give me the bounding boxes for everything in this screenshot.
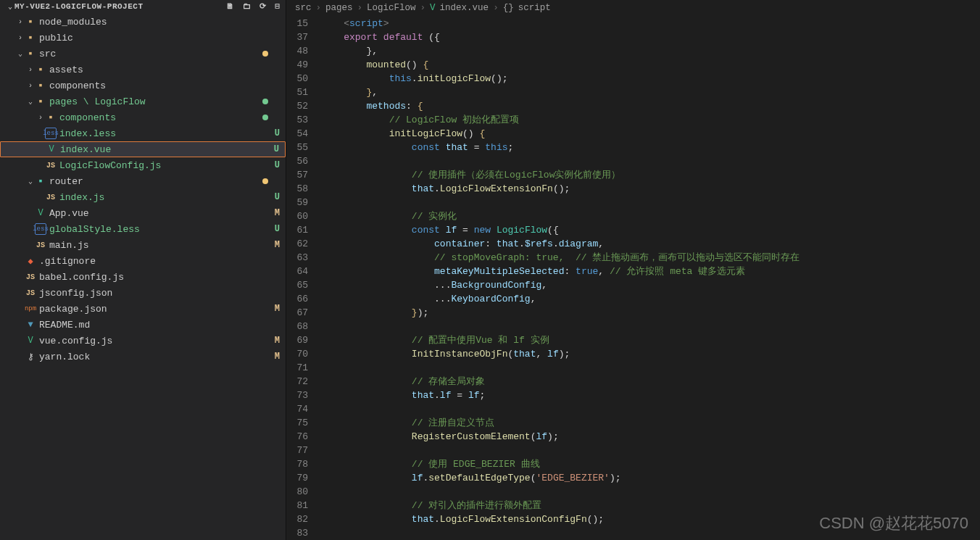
code-line[interactable]: // stopMoveGraph: true, // 禁止拖动画布，画布可以拖动…: [321, 251, 980, 265]
tree-item[interactable]: ⌄▪router: [0, 173, 286, 189]
code-line[interactable]: [321, 196, 980, 209]
tree-item[interactable]: VApp.vueM: [0, 205, 286, 221]
tree-item[interactable]: Vvue.config.jsM: [0, 333, 286, 349]
chevron-right-icon[interactable]: ›: [16, 18, 25, 26]
code-line[interactable]: },: [321, 86, 980, 99]
code-line[interactable]: InitInstanceObjFn(that, lf);: [321, 347, 980, 361]
tree-item[interactable]: ›▪node_modules: [0, 14, 286, 30]
chevron-right-icon[interactable]: ›: [36, 114, 45, 122]
tree-item[interactable]: ›▪assets: [0, 62, 286, 78]
new-file-icon[interactable]: 🗎: [226, 1, 234, 11]
chevron-right-icon[interactable]: ›: [16, 34, 25, 42]
tree-item[interactable]: ⚷yarn.lockM: [0, 349, 286, 365]
tree-item[interactable]: npmpackage.jsonM: [0, 301, 286, 317]
code-line[interactable]: mounted() {: [321, 58, 980, 72]
modified-dot-icon: [262, 178, 268, 184]
collapse-icon[interactable]: ⊟: [275, 1, 280, 11]
code-line[interactable]: // 注册自定义节点: [321, 416, 980, 430]
breadcrumb-segment[interactable]: script: [518, 3, 551, 13]
code-line[interactable]: },: [321, 44, 980, 58]
breadcrumb[interactable]: src›pages›LogicFlow›Vindex.vue›{}script: [286, 0, 980, 17]
code-line[interactable]: [321, 361, 980, 375]
code-line[interactable]: that.lf = lf;: [321, 389, 980, 402]
chevron-down-icon[interactable]: ⌄: [16, 49, 25, 58]
tree-item[interactable]: JSLogicFlowConfig.jsU: [0, 157, 286, 173]
code-line[interactable]: const lf = new LogicFlow({: [321, 223, 980, 237]
tree-item[interactable]: ◆.gitignore: [0, 253, 286, 269]
code-line[interactable]: // 存储全局对象: [321, 375, 980, 389]
new-folder-icon[interactable]: 🗀: [243, 1, 251, 11]
tree-item[interactable]: lessglobalStyle.lessU: [0, 221, 286, 237]
breadcrumb-segment[interactable]: LogicFlow: [367, 3, 416, 13]
code-line[interactable]: });: [321, 306, 980, 320]
code-line[interactable]: that.LogicFlowExtensionFn();: [321, 182, 980, 196]
line-number: 72: [286, 375, 308, 389]
tree-item-label: assets: [49, 65, 286, 75]
code-line[interactable]: // 对引入的插件进行额外配置: [321, 499, 980, 512]
breadcrumb-segment[interactable]: pages: [325, 3, 353, 13]
tree-item[interactable]: Vindex.vueU: [0, 141, 286, 157]
code-line[interactable]: that.LogicFlowExtensionConfigFn();: [321, 512, 980, 526]
chevron-right-icon[interactable]: ›: [26, 66, 35, 74]
code-line[interactable]: [321, 444, 980, 457]
code-line[interactable]: RegisterCustomElement(lf);: [321, 430, 980, 444]
breadcrumb-segment[interactable]: src: [295, 3, 312, 13]
tree-item[interactable]: JSmain.jsM: [0, 237, 286, 253]
tree-item-label: package.json: [39, 304, 286, 315]
tree-item[interactable]: ▼README.md: [0, 317, 286, 333]
breadcrumb-segment[interactable]: index.vue: [440, 3, 489, 13]
tree-item[interactable]: ›▪components: [0, 109, 286, 125]
git-status-badge: U: [275, 192, 280, 202]
code-line[interactable]: export default ({: [321, 30, 980, 44]
code-line[interactable]: ...KeyboardConfig,: [321, 292, 980, 306]
tree-item-label: index.less: [59, 128, 286, 139]
code-line[interactable]: // 实例化: [321, 209, 980, 223]
tree-item[interactable]: ›▪components: [0, 78, 286, 94]
tree-item-label: jsconfig.json: [39, 288, 286, 299]
tree-item[interactable]: JSjsconfig.json: [0, 285, 286, 301]
line-number: 83: [286, 526, 308, 540]
code-line[interactable]: metaKeyMultipleSelected: true, // 允许按照 m…: [321, 265, 980, 278]
code-editor[interactable]: 1537484950515253545556575859606162636465…: [286, 17, 980, 540]
code-line[interactable]: [321, 402, 980, 416]
code-line[interactable]: methods: {: [321, 99, 980, 113]
code-line[interactable]: this.initLogicFlow();: [321, 72, 980, 86]
code-line[interactable]: <script>: [321, 17, 980, 30]
tree-item-label: LogicFlowConfig.js: [59, 160, 286, 171]
code-line[interactable]: // LogicFlow 初始化配置项: [321, 113, 980, 127]
refresh-icon[interactable]: ⟳: [259, 1, 266, 11]
tree-item[interactable]: ›▪public: [0, 30, 286, 46]
code-line[interactable]: [321, 485, 980, 499]
code-line[interactable]: // 使用插件（必须在LogicFlow实例化前使用）: [321, 168, 980, 182]
tree-item[interactable]: lessindex.lessU: [0, 125, 286, 141]
chevron-down-icon[interactable]: ⌄: [6, 2, 14, 11]
code-line[interactable]: container: that.$refs.diagram,: [321, 237, 980, 251]
line-number: 67: [286, 306, 308, 320]
git-status-badge: M: [275, 336, 280, 346]
code-lines[interactable]: <script> export default ({ }, mounted() …: [321, 17, 980, 540]
code-line[interactable]: lf.setDefaultEdgeType('EDGE_BEZIER');: [321, 471, 980, 485]
code-line[interactable]: // 使用 EDGE_BEZIER 曲线: [321, 457, 980, 471]
code-line[interactable]: [321, 526, 980, 540]
file-explorer: ⌄ MY-VUE2-LOGICFLOW-PROJECT 🗎 🗀 ⟳ ⊟ ›▪no…: [0, 0, 286, 540]
tree-item[interactable]: ⌄▪pages \ LogicFlow: [0, 94, 286, 109]
chevron-down-icon[interactable]: ⌄: [26, 97, 35, 106]
chevron-right-icon: ›: [420, 3, 426, 13]
tree-item-label: .gitignore: [39, 256, 286, 267]
tree-item[interactable]: JSbabel.config.js: [0, 269, 286, 285]
tree-item[interactable]: ⌄▪src: [0, 46, 286, 62]
tree-item[interactable]: JSindex.jsU: [0, 189, 286, 205]
line-number: 73: [286, 389, 308, 402]
code-line[interactable]: [321, 154, 980, 168]
v-icon: V: [46, 144, 57, 155]
line-number: 75: [286, 416, 308, 430]
folder-icon: ▪: [25, 48, 36, 59]
code-line[interactable]: [321, 320, 980, 333]
code-line[interactable]: const that = this;: [321, 141, 980, 154]
chevron-down-icon[interactable]: ⌄: [26, 177, 35, 186]
code-line[interactable]: ...BackgroundConfig,: [321, 278, 980, 292]
code-line[interactable]: initLogicFlow() {: [321, 127, 980, 141]
chevron-right-icon[interactable]: ›: [26, 82, 35, 90]
tree-item-label: router: [49, 176, 286, 187]
code-line[interactable]: // 配置中使用Vue 和 lf 实例: [321, 333, 980, 347]
